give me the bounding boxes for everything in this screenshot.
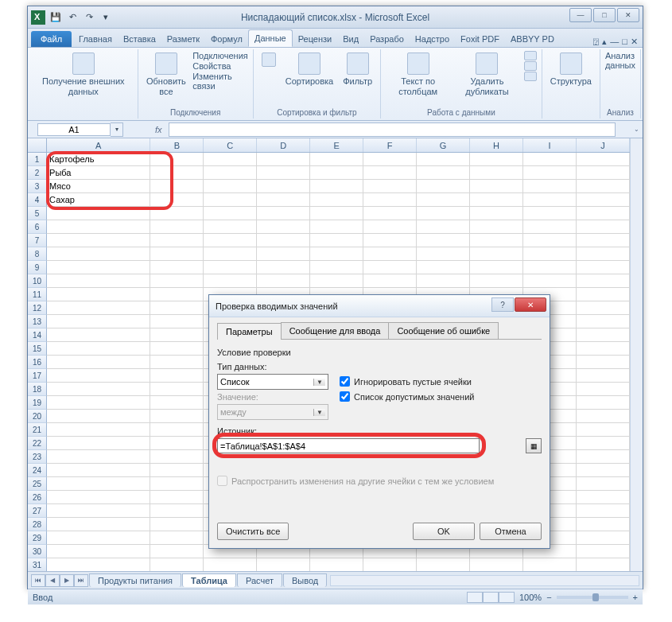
- row-header[interactable]: 14: [28, 328, 47, 342]
- cell[interactable]: [470, 207, 523, 220]
- cell[interactable]: [310, 180, 363, 193]
- dialog-tab-error-msg[interactable]: Сообщение об ошибке: [388, 322, 499, 339]
- cell[interactable]: [577, 328, 630, 342]
- cell[interactable]: [150, 437, 204, 450]
- cell[interactable]: [577, 410, 630, 423]
- cell[interactable]: [417, 193, 470, 207]
- cell[interactable]: [577, 180, 630, 193]
- cell[interactable]: [150, 518, 204, 531]
- cell[interactable]: [257, 234, 310, 247]
- filter-button[interactable]: Фильтр: [340, 51, 375, 88]
- cell[interactable]: [204, 234, 257, 247]
- sheet-tab[interactable]: Продукты питания: [89, 573, 181, 587]
- row-header[interactable]: 12: [28, 301, 47, 315]
- cell[interactable]: [150, 531, 204, 545]
- cell[interactable]: [577, 491, 630, 504]
- cell[interactable]: [204, 193, 257, 207]
- cell[interactable]: [150, 153, 204, 166]
- row-header[interactable]: 31: [28, 558, 47, 571]
- cell[interactable]: [47, 342, 150, 356]
- cell[interactable]: [363, 274, 417, 288]
- col-header[interactable]: J: [577, 138, 630, 152]
- cell[interactable]: [577, 423, 630, 437]
- connections-button[interactable]: Подключения: [192, 51, 248, 60]
- cell[interactable]: [257, 153, 310, 166]
- row-header[interactable]: 17: [28, 369, 47, 383]
- cell[interactable]: [577, 383, 630, 396]
- cell[interactable]: [577, 450, 630, 464]
- cell[interactable]: [310, 261, 363, 274]
- cell[interactable]: [577, 342, 630, 356]
- cell[interactable]: [577, 315, 630, 328]
- cell[interactable]: [417, 207, 470, 220]
- sheet-tab-active[interactable]: Таблица: [182, 573, 236, 587]
- cell[interactable]: [417, 274, 470, 288]
- sheet-nav-first[interactable]: ⏮: [31, 574, 45, 587]
- in-cell-dropdown-checkbox[interactable]: Список допустимых значений: [340, 391, 474, 402]
- cell[interactable]: [470, 220, 523, 234]
- formula-bar[interactable]: [169, 122, 616, 137]
- cell[interactable]: [47, 356, 150, 369]
- remove-duplicates-button[interactable]: Удалить дубликаты: [453, 51, 521, 98]
- cell[interactable]: [523, 207, 577, 220]
- ignore-blank-checkbox[interactable]: Игнорировать пустые ячейки: [340, 376, 474, 387]
- view-layout-button[interactable]: [483, 592, 499, 603]
- row-header[interactable]: 19: [28, 396, 47, 410]
- source-input[interactable]: [217, 438, 480, 453]
- cell[interactable]: [363, 166, 417, 180]
- ribbon-minimize-icon[interactable]: ▴: [602, 37, 607, 47]
- tab-layout[interactable]: Разметк: [161, 31, 205, 47]
- cell[interactable]: [47, 423, 150, 437]
- cell[interactable]: [310, 207, 363, 220]
- cell[interactable]: [417, 234, 470, 247]
- cell[interactable]: [47, 545, 150, 558]
- cell[interactable]: [523, 234, 577, 247]
- cell[interactable]: [150, 261, 204, 274]
- cell[interactable]: [363, 261, 417, 274]
- cell[interactable]: [577, 220, 630, 234]
- fx-icon[interactable]: fx: [155, 125, 162, 134]
- cell[interactable]: [577, 288, 630, 301]
- cell[interactable]: [150, 545, 204, 558]
- cell[interactable]: [310, 193, 363, 207]
- cell[interactable]: [150, 234, 204, 247]
- row-header[interactable]: 22: [28, 437, 47, 450]
- cell[interactable]: [523, 193, 577, 207]
- checkbox-input[interactable]: [340, 391, 350, 402]
- cell[interactable]: [150, 274, 204, 288]
- cell[interactable]: [523, 153, 577, 166]
- row-header[interactable]: 9: [28, 261, 47, 274]
- sheet-nav-next[interactable]: ▶: [60, 574, 74, 587]
- cell[interactable]: [577, 274, 630, 288]
- cell[interactable]: [204, 153, 257, 166]
- col-header[interactable]: D: [257, 138, 310, 152]
- cell[interactable]: [577, 153, 630, 166]
- cell[interactable]: [204, 207, 257, 220]
- cell[interactable]: [577, 545, 630, 558]
- view-normal-button[interactable]: [467, 592, 483, 603]
- row-header[interactable]: 24: [28, 464, 47, 477]
- cell[interactable]: [150, 450, 204, 464]
- row-header[interactable]: 3: [28, 180, 47, 193]
- dialog-help-button[interactable]: ?: [491, 297, 514, 312]
- maximize-button[interactable]: □: [593, 8, 616, 22]
- cell[interactable]: [150, 342, 204, 356]
- cell[interactable]: [150, 328, 204, 342]
- zoom-in-button[interactable]: +: [633, 593, 638, 602]
- row-header[interactable]: 20: [28, 410, 47, 423]
- cell[interactable]: [150, 423, 204, 437]
- sheet-nav-prev[interactable]: ◀: [45, 574, 60, 587]
- cell[interactable]: [47, 477, 150, 491]
- cell[interactable]: [47, 220, 150, 234]
- cell[interactable]: [417, 166, 470, 180]
- cell[interactable]: [577, 207, 630, 220]
- cell[interactable]: [47, 288, 150, 301]
- row-header[interactable]: 6: [28, 220, 47, 234]
- cell[interactable]: [47, 369, 150, 383]
- cell[interactable]: [577, 477, 630, 491]
- get-external-data-button[interactable]: Получение внешних данных: [34, 51, 133, 98]
- sheet-tab[interactable]: Вывод: [283, 573, 327, 587]
- dialog-tab-input-msg[interactable]: Сообщение для ввода: [281, 322, 390, 339]
- cell[interactable]: [150, 383, 204, 396]
- cell[interactable]: [150, 369, 204, 383]
